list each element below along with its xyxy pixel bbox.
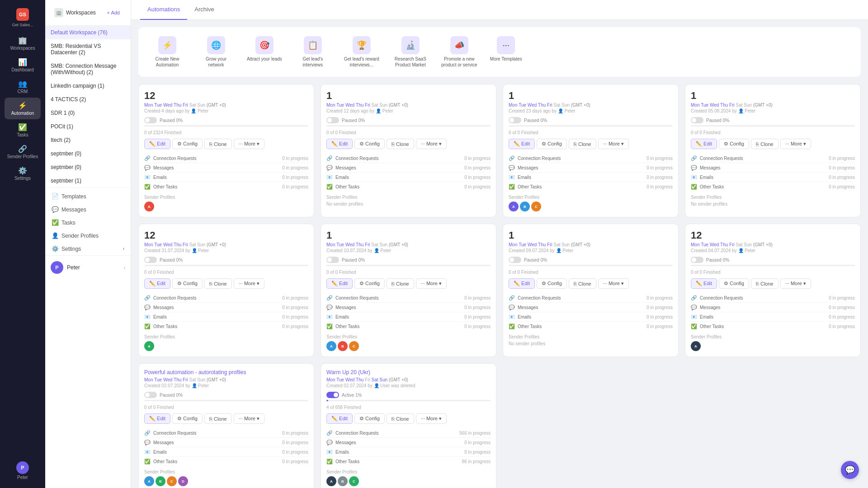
workspace-item-4[interactable]: 4 TACTICS (2) — [45, 93, 131, 106]
clone-button-9[interactable]: ⎘ Clone — [204, 413, 232, 424]
nav-item-sender-profiles[interactable]: 👤Sender Profiles — [45, 229, 131, 242]
workspace-item-2[interactable]: SMB: Connection Message (With/Without) (… — [45, 59, 131, 79]
app-logo[interactable]: GS Get Sales... — [10, 5, 35, 31]
clone-button-3[interactable]: ⎘ Clone — [569, 139, 596, 149]
card-toggle-4[interactable] — [691, 117, 703, 123]
card-toggle-8[interactable] — [691, 257, 703, 263]
config-button-4[interactable]: ⚙ Config — [719, 139, 749, 149]
nav-item-templates[interactable]: 📄Templates — [45, 190, 131, 203]
clone-button-10[interactable]: ⎘ Clone — [387, 413, 414, 424]
tab-archive[interactable]: Archive — [187, 0, 221, 20]
config-button-1[interactable]: ⚙ Config — [172, 139, 203, 149]
more-button-3[interactable]: ··· More ▾ — [598, 139, 629, 149]
template-btn-get-leads-reward[interactable]: 🏆Get lead's reward interviews... — [338, 33, 385, 71]
sidebar-item-tasks[interactable]: ✅Tasks — [5, 119, 41, 141]
edit-button-6[interactable]: ✏️ Edit — [326, 278, 353, 289]
config-button-3[interactable]: ⚙ Config — [537, 139, 567, 149]
config-button-8[interactable]: ⚙ Config — [719, 278, 749, 289]
edit-button-2[interactable]: ✏️ Edit — [326, 139, 353, 149]
template-btn-get-leads[interactable]: 📋Get lead's interviews — [289, 33, 336, 71]
templates-nav-icon: 📄 — [52, 193, 59, 200]
template-btn-more-templates[interactable]: ···More Templates — [485, 33, 528, 71]
workspace-selector[interactable]: 🏢 Workspaces + Add — [51, 5, 125, 20]
card-toggle-3[interactable] — [509, 117, 521, 123]
config-button-7[interactable]: ⚙ Config — [537, 278, 567, 289]
clone-button-6[interactable]: ⎘ Clone — [387, 278, 414, 289]
task-count: 0 in progress — [464, 175, 491, 180]
add-workspace-button[interactable]: + Add — [105, 9, 122, 16]
sidebar-item-sender-profiles[interactable]: 🔗Sender Profiles — [5, 141, 41, 163]
more-button-8[interactable]: ··· More ▾ — [780, 278, 811, 289]
edit-button-1[interactable]: ✏️ Edit — [144, 139, 170, 149]
edit-button-7[interactable]: ✏️ Edit — [509, 278, 535, 289]
more-button-9[interactable]: ··· More ▾ — [234, 413, 264, 424]
config-button-9[interactable]: ⚙ Config — [172, 413, 203, 424]
nav-item-tasks[interactable]: ✅Tasks — [45, 216, 131, 229]
task-count: 0 in progress — [282, 165, 308, 170]
more-button-1[interactable]: ··· More ▾ — [234, 139, 264, 149]
card-toggle-2[interactable] — [326, 117, 339, 123]
clone-button-2[interactable]: ⎘ Clone — [387, 139, 414, 149]
more-button-6[interactable]: ··· More ▾ — [416, 278, 447, 289]
card-toggle-5[interactable] — [144, 257, 157, 263]
nav-item-messages[interactable]: 💬Messages — [45, 203, 131, 216]
card-toggle-6[interactable] — [326, 257, 339, 263]
more-button-10[interactable]: ··· More ▾ — [416, 413, 447, 424]
workspace-item-8[interactable]: septmber (0) — [45, 147, 131, 160]
config-button-6[interactable]: ⚙ Config — [354, 278, 385, 289]
card-toggle-1[interactable] — [144, 117, 157, 123]
workspace-item-1[interactable]: SMB: Residential VS Datacenter (2) — [45, 39, 131, 59]
sidebar-label-automation: Automation — [6, 111, 39, 116]
card-toggle-7[interactable] — [509, 257, 521, 263]
edit-button-3[interactable]: ✏️ Edit — [509, 139, 535, 149]
template-btn-research-saas[interactable]: 🔬Research SaaS Product Market — [387, 33, 434, 71]
edit-button-4[interactable]: ✏️ Edit — [691, 139, 717, 149]
workspace-item-6[interactable]: POCit (1) — [45, 120, 131, 133]
card-title-10[interactable]: Warm Up 20 (Ukr) — [326, 369, 491, 375]
config-button-10[interactable]: ⚙ Config — [354, 413, 385, 424]
card-title-9[interactable]: Powerful automation - autorotating profi… — [144, 369, 308, 375]
sidebar-item-automation[interactable]: ⚡Automation — [5, 98, 41, 119]
edit-button-9[interactable]: ✏️ Edit — [144, 413, 170, 424]
clone-button-5[interactable]: ⎘ Clone — [204, 278, 232, 289]
more-button-2[interactable]: ··· More ▾ — [416, 139, 447, 149]
more-button-7[interactable]: ··· More ▾ — [598, 278, 629, 289]
workspace-item-0[interactable]: Default Workspace (76) — [45, 26, 131, 39]
task-name: Other Tasks — [335, 459, 462, 464]
bottom-user[interactable]: P Peter › — [45, 255, 131, 279]
sidebar-user[interactable]: P Peter — [5, 458, 41, 483]
task-name: Connection Requests — [335, 296, 464, 300]
template-btn-promote-new[interactable]: 📣Promote a new product or service — [436, 33, 483, 71]
workspace-item-10[interactable]: septmber (1) — [45, 174, 131, 188]
edit-button-5[interactable]: ✏️ Edit — [144, 278, 170, 289]
clone-button-4[interactable]: ⎘ Clone — [751, 139, 778, 149]
card-created-10: Created 02.07.2024 by 👤 User was deleted — [326, 383, 491, 388]
card-schedule-6: Mon Tue Wed Thu Fri Sat Sun (GMT +0) — [326, 242, 491, 247]
template-btn-create-new[interactable]: ⚡Create New Automation — [144, 33, 191, 71]
more-button-5[interactable]: ··· More ▾ — [234, 278, 264, 289]
sender-profiles-label-8: Sender Profiles — [691, 334, 855, 339]
more-button-4[interactable]: ··· More ▾ — [780, 139, 811, 149]
config-button-5[interactable]: ⚙ Config — [172, 278, 203, 289]
card-toggle-9[interactable] — [144, 392, 157, 398]
card-toggle-10[interactable] — [326, 392, 339, 398]
template-btn-grow-network[interactable]: 🌐Grow your network — [193, 33, 240, 71]
config-button-2[interactable]: ⚙ Config — [354, 139, 385, 149]
nav-item-settings[interactable]: ⚙️Settings› — [45, 242, 131, 255]
workspace-item-7[interactable]: Itech (2) — [45, 133, 131, 147]
tab-automations[interactable]: Automations — [140, 0, 187, 20]
edit-button-8[interactable]: ✏️ Edit — [691, 278, 717, 289]
chat-bubble[interactable]: 💬 — [841, 461, 859, 479]
sidebar-item-crm[interactable]: 👥CRM — [5, 76, 41, 98]
template-btn-attract-leads[interactable]: 🎯Attract your leads — [241, 33, 288, 71]
workspace-item-9[interactable]: septmber (0) — [45, 160, 131, 174]
sidebar-item-dashboard[interactable]: 📊Dashboard — [5, 54, 41, 76]
sidebar-item-settings[interactable]: ⚙️Settings — [5, 163, 41, 184]
workspace-item-5[interactable]: SDR 1 (0) — [45, 106, 131, 120]
edit-button-10[interactable]: ✏️ Edit — [326, 413, 353, 424]
clone-button-7[interactable]: ⎘ Clone — [569, 278, 596, 289]
workspace-item-3[interactable]: LinkedIn campaign (1) — [45, 79, 131, 93]
sidebar-item-workspace[interactable]: 🏢Workspaces — [5, 33, 41, 54]
clone-button-8[interactable]: ⎘ Clone — [751, 278, 778, 289]
clone-button-1[interactable]: ⎘ Clone — [204, 139, 232, 149]
